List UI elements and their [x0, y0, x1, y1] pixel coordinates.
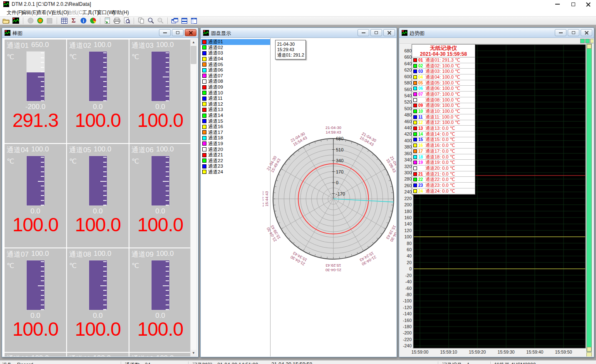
window-trend-titlebar[interactable]: 趋势图	[399, 28, 594, 38]
channel-list-item[interactable]: 通道01	[201, 39, 270, 45]
gauge-channel-name: 通道11	[69, 354, 91, 357]
channel-list-item[interactable]: 通道15	[201, 118, 270, 124]
cascade-windows-icon[interactable]	[171, 17, 179, 24]
pie-chart-icon[interactable]	[89, 17, 97, 24]
print-preview-icon[interactable]	[123, 17, 130, 24]
gauge-tick	[41, 162, 44, 163]
scroll-up-icon[interactable]: ▲	[191, 39, 196, 45]
channel-list-item[interactable]: 通道16	[201, 124, 270, 130]
gauge-tick	[166, 205, 169, 206]
vscroll-button[interactable]	[587, 44, 591, 49]
info-icon[interactable]: i	[79, 17, 87, 24]
print-icon[interactable]	[113, 17, 121, 24]
channel-list-item[interactable]: 通道19	[201, 141, 270, 147]
scrollbar-thumb[interactable]	[191, 46, 196, 64]
vscroll-button[interactable]	[587, 347, 591, 352]
channel-list-item[interactable]: 通道02	[201, 45, 270, 51]
maximize-button[interactable]	[568, 29, 579, 36]
trend-legend: 无纸记录仪 2021-04-30 15:59:58 01通道01: 291.3 …	[412, 44, 475, 195]
gauge-header: 通道10100.0	[7, 354, 65, 357]
channel-list-item[interactable]: 通道07	[201, 73, 270, 79]
gauge-tick	[166, 290, 169, 291]
gauge-max-value: 100.0	[156, 145, 174, 155]
channel-list-item[interactable]: 通道13	[201, 107, 270, 113]
menu-item-8[interactable]: 帮助(H)	[109, 8, 132, 17]
channel-list-item[interactable]: 通道20	[201, 146, 270, 152]
channel-list-item[interactable]: 通道17	[201, 130, 270, 136]
legend-color-swatch	[413, 189, 417, 193]
close-button[interactable]	[383, 29, 395, 36]
minimize-button[interactable]	[358, 29, 369, 36]
channel-list-item[interactable]: 通道22	[201, 158, 270, 163]
channel-list-item[interactable]: 通道06	[201, 67, 270, 73]
gauge-tick	[41, 266, 44, 267]
app-maximize-button[interactable]	[567, 1, 579, 7]
channel-list-item[interactable]: 通道10	[201, 90, 270, 96]
channel-list-item[interactable]: 通道12	[201, 102, 270, 107]
gauge-tick	[38, 181, 44, 182]
channel-list-item[interactable]: 通道11	[201, 96, 270, 102]
bar-gauge-cell: 通道09100.0℃0.0100.0	[129, 248, 191, 352]
window-bargraph-titlebar[interactable]: 棒图	[2, 28, 198, 38]
gauge-tick	[103, 86, 107, 87]
channel-color-swatch	[202, 45, 206, 50]
channel-list-item[interactable]: 通道24	[201, 169, 270, 175]
legend-color-swatch	[413, 87, 417, 90]
channel-list-item[interactable]: 通道14	[201, 113, 270, 119]
export-icon[interactable]	[104, 17, 111, 24]
tile-horizontal-icon[interactable]	[181, 17, 188, 24]
app-title: DTM 2.0.1 [C:\DTM 2.0.2\RealData]	[12, 1, 91, 7]
copy-icon[interactable]	[137, 17, 145, 24]
gauge-bar-track	[26, 260, 45, 310]
gauge-tick	[103, 200, 107, 201]
channel-list-item[interactable]: 通道03	[201, 50, 270, 56]
app-minimize-button[interactable]	[551, 1, 564, 7]
gauge-max-value: 100.0	[156, 250, 174, 259]
open-folder-icon[interactable]	[2, 17, 10, 24]
channel-list-item[interactable]: 通道18	[201, 135, 270, 141]
toolbar-separator	[57, 17, 57, 24]
gauge-tick	[103, 81, 107, 82]
channel-list-item[interactable]: 通道04	[201, 56, 270, 62]
legend-channel-number: 21	[418, 172, 425, 176]
channel-list-item[interactable]: 通道23	[201, 163, 270, 169]
record-icon[interactable]	[36, 17, 44, 24]
gauge-tick	[166, 309, 169, 310]
gauge-tick	[41, 57, 44, 58]
maximize-button[interactable]	[370, 29, 382, 36]
trend-vscrollbar[interactable]	[586, 44, 592, 352]
zoom-in-icon[interactable]	[147, 17, 154, 24]
restore-button[interactable]	[172, 29, 184, 36]
scroll-down-icon[interactable]: ▼	[191, 350, 196, 356]
data-table-icon[interactable]	[60, 17, 68, 24]
app-icon	[3, 1, 9, 7]
gauge-tick	[166, 62, 169, 63]
close-button[interactable]	[185, 29, 196, 36]
gauge-unit: ℃	[7, 262, 14, 270]
gauge-tick	[41, 96, 44, 97]
channel-list-item[interactable]: 通道21	[201, 152, 270, 158]
window-disk-titlebar[interactable]: 圆盘显示	[201, 28, 397, 38]
channel-list-item[interactable]: 通道08	[201, 79, 270, 84]
close-button[interactable]	[581, 29, 592, 36]
channel-list-item[interactable]: 通道05	[201, 62, 270, 67]
minimize-button[interactable]	[159, 29, 171, 36]
legend-channel-number: 20	[418, 166, 425, 171]
gauge-tick	[103, 67, 107, 68]
gauge-tick	[166, 100, 169, 101]
trend-view-icon[interactable]	[12, 17, 20, 24]
gauge-tick	[166, 162, 169, 163]
minimize-button[interactable]	[555, 29, 566, 36]
bargraph-scrollbar[interactable]: ▲ ▼	[190, 39, 197, 357]
sum-icon[interactable]: Σ	[70, 17, 77, 24]
legend-color-swatch	[413, 155, 417, 159]
gauge-tick	[166, 300, 169, 300]
gauge-tick	[103, 290, 107, 291]
channel-list-item[interactable]: 通道09	[201, 84, 270, 90]
gauge-tick	[103, 300, 107, 300]
gauge-channel-name: 通道03	[132, 41, 154, 50]
tile-vertical-icon[interactable]	[190, 17, 198, 24]
gauge-tick	[103, 96, 107, 97]
app-close-button[interactable]	[582, 1, 594, 7]
channel-color-swatch	[202, 141, 206, 146]
